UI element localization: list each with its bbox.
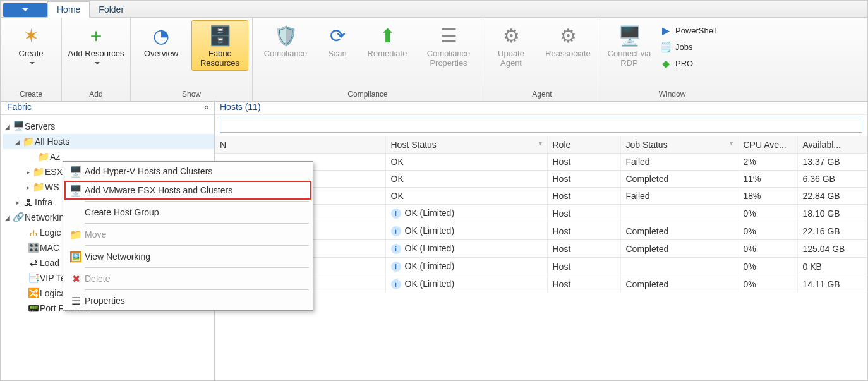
ctx-sep [85,223,309,224]
fabric-resources-button[interactable]: 🗄️ Fabric Resources [191,20,248,71]
group-label-create: Create [20,88,42,101]
cell-job: Completed [620,240,738,258]
tab-home[interactable]: Home [47,1,90,18]
group-label-add: Add [89,88,102,101]
cell-avail: 13.37 GB [797,154,867,171]
switch-icon: 🔀 [27,287,40,299]
compliance-button: 🛡️ Compliance [256,20,315,61]
reassociate-button: ⚙ Reassociate [539,20,597,61]
cell-role: Host [547,222,620,240]
vip-icon: 📑 [27,272,40,284]
shield-icon: 🛡️ [274,23,298,47]
network-icon: 🔗 [12,212,25,223]
cell-job: Completed [620,275,738,293]
connect-rdp-button: 🖥️ Connect via RDP [605,20,653,71]
pie-icon: ◔ [149,23,173,47]
context-menu[interactable]: 🖥️Add Hyper-V Hosts and Clusters 🖥️Add V… [63,161,313,311]
col-cpu[interactable]: CPU Ave... [738,136,797,154]
cell-status: iOK (Limited) [385,275,547,293]
title-bar: Home Folder [1,1,867,18]
gear-icon: ⚙ [556,23,580,47]
gear-up-icon: ⚙ [499,23,523,47]
cell-cpu: 0% [738,275,797,293]
ribbon-group-create: ✶ Create Create [1,18,62,101]
tab-folder[interactable]: Folder [90,2,133,17]
cell-role: Host [547,258,620,275]
cell-job: Completed [620,171,738,188]
ctx-view-networking[interactable]: 🖼️View Networking [63,247,313,266]
jobs-button[interactable]: 🗒️ Jobs [657,39,739,54]
cell-status: iOK (Limited) [385,205,547,222]
ctx-sep [85,267,309,268]
cell-status: iOK (Limited) [385,240,547,258]
powershell-button[interactable]: ▶ PowerShell [657,23,739,38]
group-label-window: Window [659,88,686,101]
ctx-delete: ✖Delete [63,269,313,288]
cell-cpu: 0% [738,258,797,275]
update-agent-button: ⚙ Update Agent [487,20,535,71]
cell-avail: 22.16 GB [797,222,867,240]
info-icon: i [391,244,401,254]
cell-cpu: 0% [738,222,797,240]
ribbon-group-window: 🖥️ Connect via RDP ▶ PowerShell 🗒️ Jobs … [601,18,743,101]
cell-avail: 18.10 GB [797,205,867,222]
cell-status: iOK (Limited) [385,258,547,275]
cell-role: Host [547,275,620,293]
folder-icon: 📁 [32,181,45,193]
logic-icon: ሐ [27,227,40,238]
star-icon: ✶ [19,23,43,47]
overview-button[interactable]: ◔ Overview [135,20,188,61]
arrow-up-icon: ⬆ [375,23,399,47]
cell-job: Failed [620,188,738,205]
info-icon: i [391,226,401,236]
cell-role: Host [547,240,620,258]
tree-servers[interactable]: ◢🖥️Servers [3,119,214,134]
infra-icon: 🖧 [22,197,35,208]
ctx-add-vmware[interactable]: 🖥️Add VMware ESX Hosts and Clusters [63,181,313,200]
col-role[interactable]: Role [547,136,620,154]
main-title: Hosts (11) [215,100,867,115]
plus-icon: ＋ [84,23,108,47]
server-add-icon: 🖥️ [67,166,85,178]
cell-avail: 125.04 GB [797,240,867,258]
filter-input[interactable] [220,118,862,133]
cell-job: Failed [620,154,738,171]
ctx-properties[interactable]: ☰Properties [63,291,313,310]
create-button[interactable]: ✶ Create [4,20,57,71]
ribbon-group-compliance: 🛡️ Compliance ⟳ Scan ⬆ Remediate ☰ Compl… [253,18,483,101]
server-stack-icon: 🗄️ [208,23,232,47]
cell-avail: 22.84 GB [797,188,867,205]
cell-role: Host [547,188,620,205]
col-name[interactable]: N [215,136,385,154]
pro-icon: ◆ [660,57,672,69]
lb-icon: ⇄ [27,257,40,269]
scan-button: ⟳ Scan [318,20,356,61]
cell-cpu: 11% [738,171,797,188]
group-label-compliance: Compliance [347,88,387,101]
sidebar-collapse-icon[interactable]: « [204,102,209,112]
remediate-button: ⬆ Remediate [360,20,414,61]
ctx-add-hyperv[interactable]: 🖥️Add Hyper-V Hosts and Clusters [63,162,313,181]
ctx-create-host-group[interactable]: Create Host Group [63,203,313,222]
grid-header-row[interactable]: N Host Status▾ Role Job Status▾ CPU Ave.… [215,136,867,154]
cell-cpu: 18% [738,188,797,205]
ctx-sep [85,245,309,246]
col-avail[interactable]: Availabl... [797,136,867,154]
tree-all-hosts[interactable]: ◢📁All Hosts [3,134,214,149]
col-job[interactable]: Job Status▾ [620,136,738,154]
sidebar-title: Fabric [7,102,32,112]
ribbon-group-agent: ⚙ Update Agent ⚙ Reassociate Agent [483,18,601,101]
pro-button[interactable]: ◆ PRO [657,56,739,71]
refresh-icon: ⟳ [325,23,349,47]
col-status[interactable]: Host Status▾ [385,136,547,154]
cell-status: iOK (Limited) [385,222,547,240]
cell-role: Host [547,205,620,222]
cell-avail: 14.11 GB [797,275,867,293]
folder-icon: 📁 [22,136,35,147]
system-menu[interactable] [3,3,47,17]
cell-job [620,205,738,222]
cell-cpu: 2% [738,154,797,171]
powershell-icon: ▶ [660,25,672,36]
add-resources-button[interactable]: ＋ Add Resources [66,20,126,71]
cell-cpu: 0% [738,205,797,222]
